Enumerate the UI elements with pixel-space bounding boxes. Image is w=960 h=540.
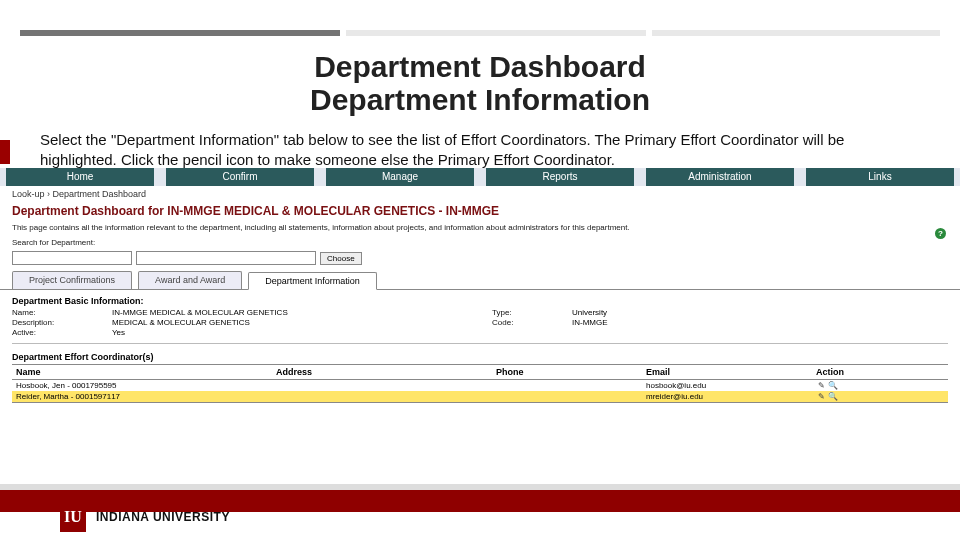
basic-active-label: Active: bbox=[12, 328, 112, 337]
basic-name-value: IN-MMGE MEDICAL & MOLECULAR GENETICS bbox=[112, 308, 492, 317]
basic-info-heading: Department Basic Information: bbox=[0, 290, 960, 308]
footer-branding: IU INDIANA UNIVERSITY bbox=[60, 502, 230, 532]
nav-confirm[interactable]: Confirm bbox=[166, 168, 314, 186]
app-nav-bar: Home Confirm Manage Reports Administrati… bbox=[0, 168, 960, 186]
search-row: Choose bbox=[0, 249, 960, 271]
col-phone: Phone bbox=[492, 365, 642, 380]
magnifier-icon[interactable]: 🔍 bbox=[828, 381, 838, 390]
slide-title-line-1: Department Dashboard bbox=[314, 50, 646, 83]
magnifier-icon[interactable]: 🔍 bbox=[828, 392, 838, 401]
col-name: Name bbox=[12, 365, 272, 380]
iu-logo: IU bbox=[60, 502, 86, 532]
search-department-input-2[interactable] bbox=[136, 251, 316, 265]
tab-project-confirmations[interactable]: Project Confirmations bbox=[12, 271, 132, 289]
cell-email: mreider@iu.edu bbox=[642, 391, 812, 403]
slide-title-block: Department Dashboard Department Informat… bbox=[0, 50, 960, 116]
cell-email: hosbook@iu.edu bbox=[642, 380, 812, 392]
tab-department-information[interactable]: Department Information bbox=[248, 272, 377, 290]
rule-segment-light-1 bbox=[346, 30, 646, 36]
divider bbox=[12, 343, 948, 344]
basic-desc-label: Description: bbox=[12, 318, 112, 327]
slide-title-line-2: Department Information bbox=[310, 83, 650, 116]
cell-action: ✎ 🔍 bbox=[812, 380, 948, 392]
nav-links[interactable]: Links bbox=[806, 168, 954, 186]
app-screenshot: Home Confirm Manage Reports Administrati… bbox=[0, 168, 960, 480]
basic-code-label: Code: bbox=[492, 318, 572, 327]
search-label: Search for Department: bbox=[0, 234, 960, 249]
choose-button[interactable]: Choose bbox=[320, 252, 362, 265]
basic-info-grid: Name: IN-MMGE MEDICAL & MOLECULAR GENETI… bbox=[0, 308, 960, 341]
slide-footer: IU INDIANA UNIVERSITY bbox=[0, 484, 960, 540]
rule-segment-light-2 bbox=[652, 30, 940, 36]
slide-instructions: Select the "Department Information" tab … bbox=[40, 130, 920, 169]
cell-name: Hosbook, Jen - 0001795595 bbox=[12, 380, 272, 392]
col-email: Email bbox=[642, 365, 812, 380]
effort-coordinators-table: Name Address Phone Email Action Hosbook,… bbox=[12, 364, 948, 403]
pencil-icon[interactable]: ✎ bbox=[816, 392, 826, 401]
breadcrumb-dashboard[interactable]: Department Dashboard bbox=[53, 189, 147, 199]
table-row: Reider, Martha - 0001597117 mreider@iu.e… bbox=[12, 391, 948, 403]
cell-action: ✎ 🔍 bbox=[812, 391, 948, 403]
breadcrumb-lookup[interactable]: Look-up bbox=[12, 189, 45, 199]
slide-accent-bar bbox=[0, 140, 10, 164]
col-address: Address bbox=[272, 365, 492, 380]
nav-reports[interactable]: Reports bbox=[486, 168, 634, 186]
slide-top-rule bbox=[20, 30, 940, 36]
help-icon[interactable]: ? bbox=[935, 228, 946, 239]
pencil-icon[interactable]: ✎ bbox=[816, 381, 826, 390]
basic-code-value: IN-MMGE bbox=[572, 318, 692, 327]
table-row: Hosbook, Jen - 0001795595 hosbook@iu.edu… bbox=[12, 380, 948, 392]
effort-coordinators-heading: Department Effort Coordinator(s) bbox=[0, 346, 960, 364]
basic-type-value: University bbox=[572, 308, 692, 317]
dashboard-title: Department Dashboard for IN-MMGE MEDICAL… bbox=[0, 202, 520, 219]
cell-address bbox=[272, 380, 492, 392]
basic-active-value: Yes bbox=[112, 328, 492, 337]
iu-org-name: INDIANA UNIVERSITY bbox=[96, 510, 230, 524]
tab-award-and-award[interactable]: Award and Award bbox=[138, 271, 242, 289]
tabs-bar: Project Confirmations Award and Award De… bbox=[0, 271, 960, 290]
cell-phone bbox=[492, 391, 642, 403]
cell-name: Reider, Martha - 0001597117 bbox=[12, 391, 272, 403]
basic-name-label: Name: bbox=[12, 308, 112, 317]
basic-desc-value: MEDICAL & MOLECULAR GENETICS bbox=[112, 318, 492, 327]
nav-home[interactable]: Home bbox=[6, 168, 154, 186]
nav-administration[interactable]: Administration bbox=[646, 168, 794, 186]
cell-phone bbox=[492, 380, 642, 392]
basic-type-label: Type: bbox=[492, 308, 572, 317]
rule-segment-dark bbox=[20, 30, 340, 36]
nav-manage[interactable]: Manage bbox=[326, 168, 474, 186]
breadcrumb: Look-up › Department Dashboard bbox=[0, 186, 960, 202]
col-action: Action bbox=[812, 365, 948, 380]
cell-address bbox=[272, 391, 492, 403]
search-department-input[interactable] bbox=[12, 251, 132, 265]
dashboard-description: This page contains all the information r… bbox=[0, 219, 960, 234]
iu-logo-text: IU bbox=[64, 508, 82, 526]
